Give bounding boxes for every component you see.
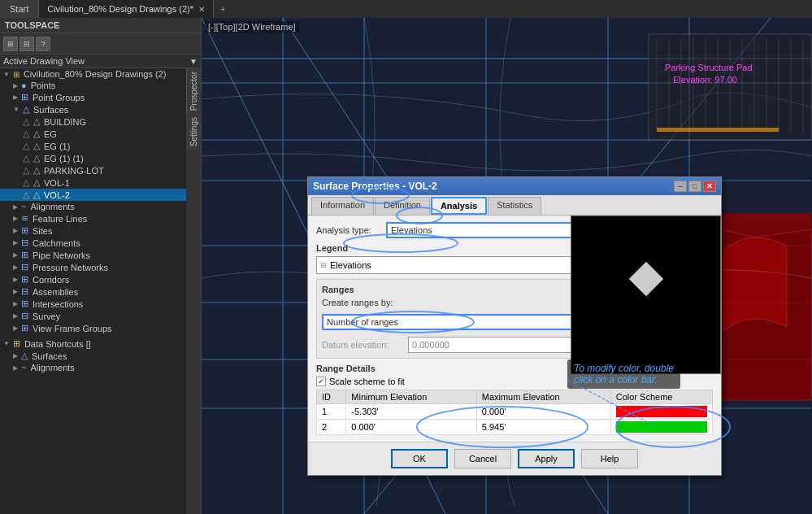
ok-button[interactable]: OK (391, 449, 448, 468)
tab-close-icon[interactable]: ✕ (198, 5, 205, 14)
tree-expand-icon: ▶ (13, 251, 18, 259)
tree-building-icon: △ (23, 116, 29, 127)
cancel-button[interactable]: Cancel (454, 449, 511, 468)
tree-item-vol1[interactable]: △ △ VOL-1 (0, 176, 186, 189)
row1-max: 0.000' (476, 404, 610, 420)
scale-checkbox[interactable]: ✓ (316, 377, 326, 386)
tree-item-feature-lines[interactable]: ▶ ≋ Feature Lines (0, 212, 186, 224)
row1-color-bar[interactable] (616, 406, 707, 417)
tree-container[interactable]: ▼ ⊞ Civilution_80% Design Drawings (2) ▶… (0, 68, 186, 514)
tree-item-eg[interactable]: △ △ EG (0, 128, 186, 140)
tree-item-assemblies[interactable]: ▶ ⊟ Assemblies (0, 285, 186, 298)
tree-building-icon2: △ (33, 116, 40, 127)
tree-item-view-frame[interactable]: ▶ ⊞ View Frame Groups (0, 322, 186, 334)
active-view-row[interactable]: Active Drawing View ▼ (0, 54, 201, 68)
tree-vol2-label: VOL-2 (44, 190, 70, 200)
tree-item-sites[interactable]: ▶ ⊞ Sites (0, 224, 186, 237)
left-panel: TOOLSPACE ⊞ ⊟ ? Active Drawing View ▼ ▼ … (0, 18, 202, 514)
svg-text:Parking Structure Pad: Parking Structure Pad (665, 63, 753, 72)
dialog-minimize-button[interactable]: ─ (674, 181, 687, 192)
tree-item-surfaces[interactable]: ▼ △ Surfaces (0, 103, 186, 115)
toolbar-btn-2[interactable]: ⊟ (20, 37, 34, 51)
tree-points-icon: ● (21, 81, 27, 90)
datum-label: Datum elevation: (322, 340, 403, 350)
tree-point-groups-label: Point Groups (33, 93, 85, 102)
tab-information[interactable]: Information (311, 197, 374, 215)
tree-surfaces-icon: △ (23, 104, 29, 115)
tree-item-data-shortcuts[interactable]: ▼ ⊞ Data Shortcuts [] (0, 338, 186, 350)
tree-expand-icon: ▶ (13, 300, 18, 307)
tree-expand-icon: ▶ (13, 325, 18, 332)
row1-color[interactable] (610, 404, 712, 420)
cad-viewport: [-][Top][2D Wireframe] (202, 18, 812, 514)
tree-item-survey[interactable]: ▶ ⊟ Survey (0, 310, 186, 322)
svg-text:Elevation: 97.00: Elevation: 97.00 (673, 75, 737, 85)
active-view-label: Active Drawing View (3, 56, 189, 66)
tree-item-ds-alignments[interactable]: ▶ ~ Alignments (0, 362, 186, 373)
range-details-section: Range Details ✓ Scale scheme to fit ID (316, 364, 713, 435)
tree-eg1-icon2: △ (33, 141, 40, 151)
tree-item-corridors[interactable]: ▶ ⊞ Corridors (0, 273, 186, 285)
dialog-content: Analysis type: Elevations ▼ Preview (308, 216, 721, 442)
tree-feature-lines-label: Feature Lines (33, 214, 87, 224)
settings-tab[interactable]: Settings (186, 114, 201, 150)
tree-pressure-icon: ⊟ (21, 262, 28, 272)
tree-points-label: Points (31, 81, 56, 90)
tab-start[interactable]: Start (0, 0, 39, 18)
analysis-type-label: Analysis type: (316, 225, 381, 235)
tree-vol1-icon2: △ (33, 177, 40, 188)
tab-statistics[interactable]: Statistics (488, 197, 541, 215)
tree-ds-surfaces-label: Surfaces (32, 351, 67, 361)
tree-expand-icon: ▶ (13, 276, 18, 283)
toolbar-btn-help[interactable]: ? (36, 37, 50, 51)
dialog-title: Surface Properties - VOL-2 (313, 181, 674, 192)
tree-item-parking[interactable]: △ △ PARKING-LOT (0, 164, 186, 176)
tab-file-label: Civilution_80% Design Drawings (2)* (47, 4, 193, 14)
tree-item-eg11[interactable]: △ △ EG (1) (1) (0, 152, 186, 164)
row2-id: 2 (317, 420, 346, 435)
tree-expand-icon: ▼ (3, 340, 10, 347)
tree-item-pipe-networks[interactable]: ▶ ⊞ Pipe Networks (0, 249, 186, 261)
tree-view-frame-icon: ⊞ (21, 323, 28, 333)
row2-color[interactable] (610, 420, 712, 435)
tab-analysis[interactable]: Analysis (431, 197, 487, 215)
tree-item-vol2[interactable]: △ △ VOL-2 (0, 189, 186, 201)
table-row-1: 1 -5.303' 0.000' (317, 404, 713, 420)
tree-item-intersections[interactable]: ▶ ⊞ Intersections (0, 298, 186, 310)
tree-point-groups-icon: ⊞ (21, 92, 28, 102)
row2-color-bar[interactable] (616, 421, 707, 433)
help-button[interactable]: Help (581, 449, 638, 468)
tree-ds-alignments-label: Alignments (30, 363, 74, 372)
table-row-2: 2 0.000' 5.945' (317, 420, 713, 435)
tree-pipe-icon: ⊞ (21, 250, 28, 260)
tree-item-eg1[interactable]: △ △ EG (1) (0, 140, 186, 152)
dialog-maximize-button[interactable]: □ (688, 181, 701, 192)
tree-assemblies-icon: ⊟ (21, 286, 28, 297)
tree-item-points[interactable]: ▶ ● Points (0, 80, 186, 91)
tree-expand-icon: ▶ (13, 203, 18, 211)
tab-add-button[interactable]: + (214, 0, 232, 18)
range-table: ID Minimum Elevation Maximum Elevation C… (316, 390, 713, 435)
toolbar-btn-1[interactable]: ⊞ (3, 37, 18, 51)
tree-pipe-label: Pipe Networks (33, 250, 90, 260)
tree-item-pressure[interactable]: ▶ ⊟ Pressure Networks (0, 261, 186, 273)
tree-item-point-groups[interactable]: ▶ ⊞ Point Groups (0, 91, 186, 103)
tree-item-building[interactable]: △ △ BUILDING (0, 115, 186, 128)
dialog-title-buttons: ─ □ ✕ (674, 181, 716, 192)
toolspace-header: TOOLSPACE (0, 18, 201, 33)
tree-alignments-label: Alignments (30, 202, 74, 211)
tree-item-catchments[interactable]: ▶ ⊟ Catchments (0, 237, 186, 249)
apply-button[interactable]: Apply (518, 449, 575, 468)
tree-item-ds-surfaces[interactable]: ▶ △ Surfaces (0, 350, 186, 362)
prospector-tab[interactable]: Prospector (186, 68, 201, 114)
ranges-type-value: Number of ranges (327, 317, 398, 327)
tree-root[interactable]: ▼ ⊞ Civilution_80% Design Drawings (2) (0, 68, 186, 80)
dialog-close-button[interactable]: ✕ (703, 181, 716, 192)
tree-assemblies-label: Assemblies (33, 287, 78, 297)
tab-definition[interactable]: Definition (375, 197, 430, 215)
checkmark-icon: ✓ (318, 377, 324, 386)
tab-file[interactable]: Civilution_80% Design Drawings (2)* ✕ (39, 0, 214, 18)
tree-vol2-icon2: △ (33, 189, 40, 200)
main-layout: TOOLSPACE ⊞ ⊟ ? Active Drawing View ▼ ▼ … (0, 18, 812, 514)
tree-item-alignments[interactable]: ▶ ~ Alignments (0, 201, 186, 212)
